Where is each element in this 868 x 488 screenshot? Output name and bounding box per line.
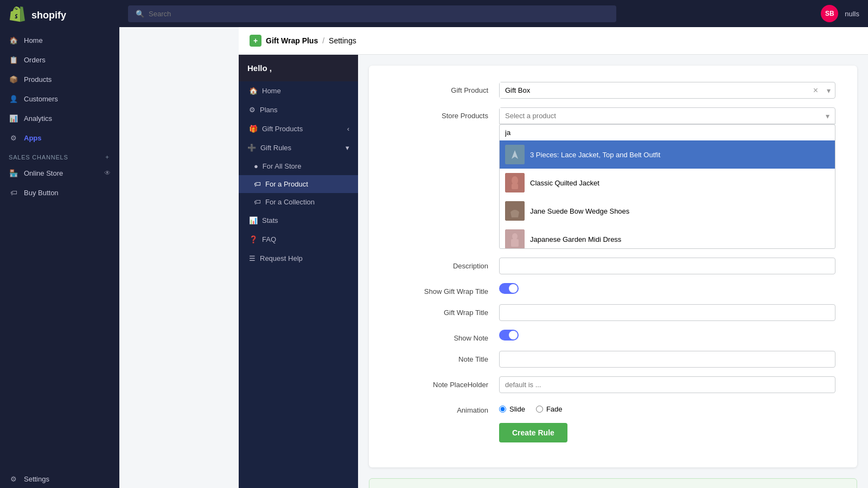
orders-icon: 📋 xyxy=(9,55,18,65)
dropdown-item-2[interactable]: Classic Quilted Jacket xyxy=(500,169,835,197)
avatar: SB xyxy=(821,5,838,22)
animation-row: Animation Slide Fade xyxy=(391,402,835,414)
description-input[interactable] xyxy=(499,258,835,274)
create-rule-row: Create Rule xyxy=(391,423,835,442)
sub-nav-for-all-store[interactable]: ● For All Store xyxy=(239,157,358,175)
show-gift-wrap-title-control xyxy=(499,283,835,294)
sub-gift-icon: 🎁 xyxy=(249,125,258,133)
show-note-label: Show Note xyxy=(391,330,499,342)
store-products-label: Store Products xyxy=(391,107,499,120)
topbar-right: SB nulls xyxy=(821,5,859,22)
sub-nav-plans[interactable]: ⚙ Plans xyxy=(239,100,358,119)
animation-slide-option[interactable]: Slide xyxy=(499,405,525,413)
dropdown-arrow-icon[interactable]: ▾ xyxy=(822,86,835,95)
show-note-control xyxy=(499,330,835,341)
sidebar-nav-apps[interactable]: ⚙ Apps xyxy=(0,128,119,147)
sidebar-nav-customers[interactable]: 👤 Customers xyxy=(0,89,119,108)
gift-product-row: Gift Product × ▾ xyxy=(391,82,835,99)
dropdown-item-4[interactable]: Japanese Garden Midi Dress xyxy=(500,225,835,249)
sub-gear-icon: ⚙ xyxy=(249,106,256,114)
sub-tag-icon: 🏷 xyxy=(254,180,261,188)
content-wrapper: Hello , 🏠 Home ⚙ Plans 🎁 Gift Products ‹… xyxy=(239,55,868,488)
sub-question-icon: ❓ xyxy=(249,235,258,243)
gift-product-label: Gift Product xyxy=(391,82,499,94)
eye-toggle-icon[interactable]: 👁 xyxy=(104,169,111,177)
sub-circle-icon: ● xyxy=(254,162,258,170)
gift-wrap-title-input[interactable] xyxy=(499,304,835,321)
gift-wrap-title-control xyxy=(499,304,835,321)
dropdown-item-1[interactable]: 3 Pieces: Lace Jacket, Top and Belt Outf… xyxy=(500,140,835,169)
app-icon: + xyxy=(250,35,261,47)
sidebar-nav-online-store[interactable]: 🏪 Online Store 👁 xyxy=(0,163,119,183)
animation-fade-option[interactable]: Fade xyxy=(536,405,563,413)
store-products-dropdown: ▾ 3 Pieces: Lace Jacket, Top an xyxy=(499,107,835,249)
note-placeholder-row: Note PlaceHolder xyxy=(391,376,835,393)
animation-fade-radio[interactable] xyxy=(536,406,543,413)
clear-button[interactable]: × xyxy=(809,86,822,95)
animation-label: Animation xyxy=(391,402,499,414)
sub-nav-for-a-collection[interactable]: 🏷 For a Collection xyxy=(239,193,358,211)
topbar-search-box[interactable]: 🔍 xyxy=(128,5,616,22)
sub-nav-gift-rules-children: ● For All Store 🏷 For a Product 🏷 For a … xyxy=(239,157,358,211)
sub-nav-gift-products[interactable]: 🎁 Gift Products ‹ xyxy=(239,119,358,138)
sub-nav-home[interactable]: 🏠 Home xyxy=(239,81,358,100)
sidebar-nav-products[interactable]: 📦 Products xyxy=(0,69,119,89)
sub-nav-stats[interactable]: 📊 Stats xyxy=(239,211,358,230)
main-content: Gift Product × ▾ Store Products xyxy=(358,55,868,488)
search-input[interactable] xyxy=(149,10,609,18)
sub-nav-faq[interactable]: ❓ FAQ xyxy=(239,230,358,249)
description-control xyxy=(499,258,835,274)
note-placeholder-input[interactable] xyxy=(499,376,835,393)
note-title-input[interactable] xyxy=(499,351,835,368)
apps-icon: ⚙ xyxy=(9,133,18,143)
product-thumb-1 xyxy=(505,145,525,164)
show-note-toggle[interactable] xyxy=(499,330,519,341)
svg-point-6 xyxy=(512,233,518,240)
store-products-select-bar[interactable]: ▾ xyxy=(499,107,835,124)
note-title-row: Note Title xyxy=(391,351,835,368)
store-products-select-input[interactable] xyxy=(500,108,820,124)
store-products-row: Store Products ▾ xyxy=(391,107,835,249)
store-products-dropdown-arrow[interactable]: ▾ xyxy=(820,112,835,120)
gift-wrap-title-label: Gift Wrap Title xyxy=(391,304,499,317)
store-icon: 🏪 xyxy=(9,168,18,178)
preview-card: 👁 Preview Gift Wrapping ✓ Add a Gift Box… xyxy=(369,478,857,488)
sub-nav-for-a-product[interactable]: 🏷 For a Product xyxy=(239,175,358,193)
note-placeholder-control xyxy=(499,376,835,393)
breadcrumb: + Gift Wrap Plus / Settings xyxy=(239,27,868,55)
tag-icon: 🏷 xyxy=(9,188,18,197)
dropdown-item-3[interactable]: Jane Suede Bow Wedge Shoes xyxy=(500,197,835,225)
sub-nav-request-help[interactable]: ☰ Request Help xyxy=(239,249,358,268)
product-thumb-3 xyxy=(505,201,525,221)
sub-chevron-down-icon: ▾ xyxy=(346,144,349,152)
username-label: nulls xyxy=(845,10,859,18)
sub-sidebar-greeting: Hello , xyxy=(239,55,358,81)
store-products-search[interactable] xyxy=(499,124,835,140)
show-gift-wrap-title-toggle[interactable] xyxy=(499,283,519,294)
breadcrumb-current: Settings xyxy=(329,36,356,45)
create-rule-button[interactable]: Create Rule xyxy=(499,423,567,442)
main-area: + Gift Wrap Plus / Settings Hello , 🏠 Ho… xyxy=(239,27,868,488)
sub-nav-gift-rules[interactable]: ➕ Gift Rules ▾ xyxy=(239,138,358,157)
settings-icon: ⚙ xyxy=(9,474,18,484)
add-sales-channel-icon[interactable]: ＋ xyxy=(104,153,111,161)
svg-rect-7 xyxy=(511,239,519,247)
sidebar-nav-analytics[interactable]: 📊 Analytics xyxy=(0,108,119,128)
description-label: Description xyxy=(391,258,499,270)
sidebar-nav-buy-button[interactable]: 🏷 Buy Button xyxy=(0,183,119,202)
app-name-label: Gift Wrap Plus xyxy=(266,36,318,45)
gift-product-select[interactable]: × ▾ xyxy=(499,82,835,99)
gift-product-control: × ▾ xyxy=(499,82,835,99)
animation-slide-radio[interactable] xyxy=(499,406,506,413)
gift-product-input[interactable] xyxy=(500,82,809,98)
sales-channels-label: SALES CHANNELS ＋ xyxy=(0,147,119,163)
sidebar-nav-orders[interactable]: 📋 Orders xyxy=(0,50,119,69)
sidebar-settings[interactable]: ⚙ Settings xyxy=(0,470,119,488)
animation-control: Slide Fade xyxy=(499,402,835,413)
home-icon: 🏠 xyxy=(9,35,18,45)
analytics-icon: 📊 xyxy=(9,113,18,123)
description-row: Description xyxy=(391,258,835,274)
form-card: Gift Product × ▾ Store Products xyxy=(369,66,857,467)
sidebar-nav-home[interactable]: 🏠 Home xyxy=(0,30,119,50)
show-note-toggle-row xyxy=(499,330,835,341)
